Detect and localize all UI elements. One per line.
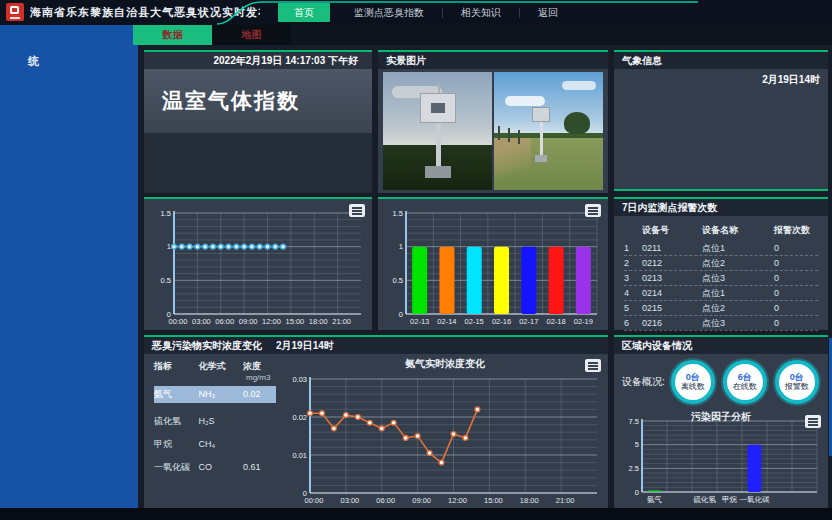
- greeting-panel: 2022年2月19日 14:17:03 下午好 温室气体指数: [144, 50, 372, 193]
- bottom-strip: [0, 508, 832, 520]
- pollutant-row: 氨气NH₃0.02: [154, 386, 276, 403]
- svg-text:12:00: 12:00: [448, 496, 467, 505]
- device-no: 0213: [642, 271, 702, 285]
- alarm-table: 设备号设备名称报警次数 10211点位1020212点位2030213点位304…: [614, 216, 828, 331]
- col-header: 化学式: [199, 360, 244, 373]
- device-circle-0: 0台离线数: [671, 360, 715, 404]
- col-index: [624, 224, 642, 237]
- ammonia-chart-title: 氨气实时浓度变化: [282, 357, 608, 371]
- weather-timestamp: 2月19日14时: [762, 73, 820, 87]
- alarm-table-title: 7日内监测点报警次数: [614, 199, 828, 216]
- svg-text:15:00: 15:00: [484, 496, 503, 505]
- svg-text:0.5: 0.5: [393, 276, 403, 285]
- greenhouse-chart-panel: 00.511.500:0003:0006:0009:0012:0015:0018…: [144, 197, 372, 330]
- svg-text:12:00: 12:00: [262, 317, 281, 326]
- svg-text:06:00: 06:00: [215, 317, 234, 326]
- dashboard: 海南省乐东黎族自治县大气恶臭状况实时发布系 首页监测点恶臭指数相关知识返回 统 …: [0, 0, 832, 520]
- svg-text:一氧化碳: 一氧化碳: [740, 495, 771, 504]
- alarm-table-panel: 7日内监测点报警次数 设备号设备名称报警次数 10211点位1020212点位2…: [614, 197, 828, 330]
- tab-0[interactable]: 数据: [133, 25, 212, 45]
- svg-text:5: 5: [635, 440, 639, 449]
- svg-text:2.5: 2.5: [629, 464, 639, 473]
- photos-panel-title: 实景图片: [378, 52, 608, 69]
- alarm-count: 0: [774, 301, 818, 315]
- svg-text:0: 0: [635, 488, 639, 497]
- row-index: 3: [624, 271, 642, 285]
- pollutant-formula: CO: [199, 459, 244, 476]
- chart-toolbox-icon[interactable]: [805, 415, 821, 428]
- ammonia-trend-chart: 00.010.020.0300:0003:0006:0009:0012:0015…: [284, 371, 604, 506]
- odor-unit: mg/m3: [246, 373, 276, 382]
- svg-text:18:00: 18:00: [309, 317, 328, 326]
- svg-text:02-15: 02-15: [465, 317, 484, 326]
- svg-text:09:00: 09:00: [412, 496, 431, 505]
- svg-text:00:00: 00:00: [305, 496, 324, 505]
- pollutant-name: 硫化氢: [154, 413, 199, 430]
- svg-text:21:00: 21:00: [556, 496, 575, 505]
- device-name: 点位2: [702, 301, 774, 315]
- odor-table-body: 氨气NH₃0.02硫化氢H₂S甲烷CH₄一氧化碳CO0.61: [154, 386, 276, 476]
- table-row: 10211点位10: [624, 241, 818, 256]
- svg-text:0.5: 0.5: [161, 276, 171, 285]
- weather-body: 2月19日14时: [614, 69, 828, 187]
- odor-table: 指标化学式浓度 mg/m3 氨气NH₃0.02硫化氢H₂S甲烷CH₄一氧化碳CO…: [144, 354, 282, 508]
- daily-odor-index-chart: 00.511.502-1302-1402-1502-1602-1702-1802…: [382, 205, 604, 327]
- svg-text:7.5: 7.5: [629, 417, 639, 426]
- top-header: 海南省乐东黎族自治县大气恶臭状况实时发布系 首页监测点恶臭指数相关知识返回: [0, 0, 832, 25]
- svg-text:09:00: 09:00: [239, 317, 258, 326]
- svg-text:15:00: 15:00: [285, 317, 304, 326]
- table-row: 30213点位30: [624, 271, 818, 286]
- chart-toolbox-icon[interactable]: [585, 204, 601, 217]
- table-row: 50215点位20: [624, 301, 818, 316]
- alarm-count: 0: [774, 286, 818, 300]
- odor-panel-title: 恶臭污染物实时浓度变化2月19日14时: [144, 337, 608, 354]
- nav-item-2[interactable]: 相关知识: [443, 0, 519, 25]
- row-index: 5: [624, 301, 642, 315]
- pollutant-row: 硫化氢H₂S: [154, 413, 276, 430]
- pollutant-row: 甲烷CH₄: [154, 436, 276, 453]
- chart-toolbox-icon[interactable]: [349, 204, 365, 217]
- svg-text:06:00: 06:00: [376, 496, 395, 505]
- current-datetime: 2022年2月19日 14:17:03 下午好: [144, 52, 372, 69]
- nav-item-1[interactable]: 监测点恶臭指数: [336, 0, 442, 25]
- pollutant-name: 甲烷: [154, 436, 199, 453]
- alarm-count: 0: [774, 271, 818, 285]
- svg-text:18:00: 18:00: [520, 496, 539, 505]
- svg-text:0.02: 0.02: [292, 413, 307, 422]
- devices-panel: 区域内设备情况 设备概况: 0台离线数6台在线数0台报警数 污染因子分析 02.…: [614, 335, 828, 508]
- col-header: 设备号: [642, 224, 702, 237]
- odor-table-header: 指标化学式浓度: [154, 360, 276, 373]
- pollutant-name: 一氧化碳: [154, 459, 199, 476]
- device-count-label: 报警数: [785, 382, 809, 392]
- svg-text:1.5: 1.5: [161, 209, 171, 218]
- device-no: 0211: [642, 241, 702, 255]
- svg-text:氨气: 氨气: [647, 495, 662, 504]
- svg-text:02-13: 02-13: [410, 317, 429, 326]
- svg-text:1: 1: [399, 242, 403, 251]
- col-header: 指标: [154, 360, 199, 373]
- device-no: 0216: [642, 316, 702, 330]
- photo-row: [378, 69, 608, 193]
- pollutant-value: 0.02: [243, 386, 276, 403]
- pollutant-value: 0.61: [243, 459, 276, 476]
- svg-text:0.01: 0.01: [292, 451, 307, 460]
- nav-item-3[interactable]: 返回: [520, 0, 576, 25]
- weather-panel: 气象信息 2月19日14时: [614, 50, 828, 191]
- col-header: 报警次数: [774, 224, 818, 237]
- site-photo-1: [383, 72, 492, 190]
- svg-text:03:00: 03:00: [192, 317, 211, 326]
- nav-item-0[interactable]: 首页: [278, 3, 330, 22]
- devices-panel-title: 区域内设备情况: [614, 337, 828, 354]
- table-row: 40214点位10: [624, 286, 818, 301]
- device-no: 0212: [642, 256, 702, 270]
- weather-panel-title: 气象信息: [614, 52, 828, 69]
- svg-text:03:00: 03:00: [340, 496, 359, 505]
- left-sidebar: 统: [0, 25, 138, 510]
- svg-text:00:00: 00:00: [169, 317, 188, 326]
- chart-toolbox-icon[interactable]: [585, 359, 601, 372]
- headline-spacer: [144, 133, 372, 193]
- svg-text:21:00: 21:00: [332, 317, 351, 326]
- tab-1[interactable]: 地图: [212, 25, 291, 45]
- svg-text:02-16: 02-16: [492, 317, 511, 326]
- svg-text:02-17: 02-17: [519, 317, 538, 326]
